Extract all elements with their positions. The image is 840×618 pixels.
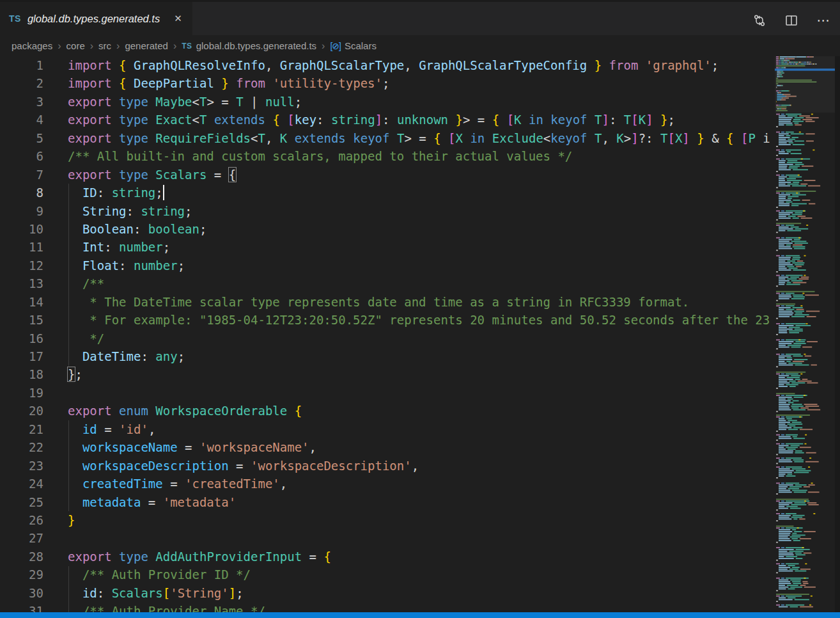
code-line[interactable]: 31 /** Auth Provider Name */ [0, 602, 774, 612]
line-number: 27 [0, 529, 43, 547]
overview-ruler[interactable] [835, 56, 840, 612]
line-number: 20 [0, 402, 43, 420]
line-number: 8 [0, 184, 43, 202]
minimap[interactable] [775, 56, 835, 612]
line-number: 17 [0, 347, 43, 365]
more-actions-icon[interactable]: ⋯ [816, 13, 831, 28]
line-number: 2 [0, 74, 43, 92]
code-line-text: id = 'id', [43, 420, 155, 438]
breadcrumb-item-core[interactable]: core [66, 40, 85, 51]
code-line-text: createdTime = 'createdTime', [43, 475, 287, 493]
line-number: 1 [0, 56, 43, 74]
line-number: 13 [0, 274, 43, 292]
open-changes-icon[interactable] [752, 13, 767, 28]
tab-bar: TS global.db.types.generated.ts ✕ [0, 0, 840, 35]
code-line[interactable]: 18}; [0, 365, 774, 383]
code-line[interactable]: 29 /** Auth Provider ID */ [0, 566, 774, 583]
breadcrumb-label: global.db.types.generated.ts [196, 40, 316, 51]
code-line[interactable]: 25 metadata = 'metadata' [0, 493, 774, 511]
code-line[interactable]: 13 /** [0, 274, 774, 292]
tab-global-db-types-generated-ts[interactable]: TS global.db.types.generated.ts ✕ [0, 2, 192, 35]
breadcrumb-label: src [98, 40, 111, 51]
code-line[interactable]: 27 [0, 529, 774, 547]
code-line[interactable]: 20export enum WorkspaceOrderable { [0, 402, 774, 420]
editor-actions: ⋯ [752, 4, 831, 37]
code-line-text: import { DeepPartial } from 'utility-typ… [43, 74, 389, 92]
breadcrumb-item-scalars[interactable]: [⊘]Scalars [330, 40, 377, 51]
code-line[interactable]: 22 workspaceName = 'workspaceName', [0, 438, 774, 456]
code-line-text: import { GraphQLResolveInfo, GraphQLScal… [43, 56, 719, 74]
chevron-right-icon: › [90, 40, 93, 52]
code-line-text: /** All built-in and custom scalars, map… [43, 147, 572, 165]
editor-pane[interactable]: 1import { GraphQLResolveInfo, GraphQLSca… [0, 56, 840, 612]
line-number: 10 [0, 220, 43, 238]
breadcrumb-item-packages[interactable]: packages [12, 40, 52, 51]
line-number: 26 [0, 511, 43, 529]
tab-title: global.db.types.generated.ts [27, 13, 160, 25]
code-line[interactable]: 5export type RequireFields<T, K extends … [0, 129, 774, 147]
line-number: 19 [0, 384, 43, 402]
code-area[interactable]: 1import { GraphQLResolveInfo, GraphQLSca… [0, 56, 774, 612]
minimap-slider[interactable] [775, 56, 835, 113]
line-number: 30 [0, 584, 43, 602]
breadcrumb-item-global-db-types-generated-ts[interactable]: TSglobal.db.types.generated.ts [182, 40, 316, 51]
code-line[interactable]: 19 [0, 384, 774, 402]
code-line[interactable]: 8 ID: string; [0, 184, 774, 202]
close-icon[interactable]: ✕ [174, 13, 182, 24]
code-line[interactable]: 12 Float: number; [0, 257, 774, 274]
code-line[interactable]: 23 workspaceDescription = 'workspaceDesc… [0, 457, 774, 475]
code-line-text: export type Scalars = { [43, 166, 236, 184]
code-line[interactable]: 6/** All built-in and custom scalars, ma… [0, 147, 774, 165]
code-line[interactable]: 3export type Maybe<T> = T | null; [0, 93, 774, 111]
code-line[interactable]: 7export type Scalars = { [0, 166, 774, 184]
split-editor-icon[interactable] [784, 13, 799, 28]
code-line[interactable]: 17 DateTime: any; [0, 347, 774, 365]
code-line-text: workspaceName = 'workspaceName', [43, 438, 316, 456]
code-line[interactable]: 24 createdTime = 'createdTime', [0, 475, 774, 493]
code-line-text: export enum WorkspaceOrderable { [43, 402, 302, 420]
code-line[interactable]: 21 id = 'id', [0, 420, 774, 438]
breadcrumb: packages›core›src›generated›TSglobal.db.… [0, 35, 840, 56]
line-number: 16 [0, 329, 43, 347]
code-line[interactable]: 1import { GraphQLResolveInfo, GraphQLSca… [0, 56, 774, 74]
typescript-file-icon: TS [9, 13, 21, 24]
line-number: 18 [0, 365, 43, 383]
chevron-right-icon: › [173, 40, 176, 52]
line-number: 15 [0, 311, 43, 329]
code-line-text: String: string; [43, 202, 192, 220]
code-line-text: export type RequireFields<T, K extends k… [43, 129, 770, 147]
code-line[interactable]: 26} [0, 511, 774, 529]
line-number: 3 [0, 93, 43, 111]
line-number: 24 [0, 475, 43, 493]
chevron-right-icon: › [116, 40, 120, 52]
line-number: 12 [0, 257, 43, 274]
code-line-text: export type AddAuthProviderInput = { [43, 548, 331, 566]
breadcrumb-label: Scalars [345, 40, 377, 51]
code-line-text: } [43, 511, 75, 529]
code-line[interactable]: 16 */ [0, 329, 774, 347]
line-number: 6 [0, 147, 43, 165]
line-number: 25 [0, 493, 43, 511]
code-line-text: * For example: "1985-04-12T23:20:50.52Z"… [43, 311, 770, 329]
chevron-right-icon: › [58, 40, 61, 52]
code-line[interactable]: 2import { DeepPartial } from 'utility-ty… [0, 74, 774, 92]
code-line-text: id: Scalars['String']; [43, 584, 244, 602]
code-line[interactable]: 10 Boolean: boolean; [0, 220, 774, 238]
code-line-text: }; [43, 365, 82, 383]
code-line[interactable]: 30 id: Scalars['String']; [0, 584, 774, 602]
code-line[interactable]: 4export type Exact<T extends { [key: str… [0, 111, 774, 129]
code-line-text: */ [43, 329, 104, 347]
code-line[interactable]: 28export type AddAuthProviderInput = { [0, 548, 774, 566]
vscode-window: TS global.db.types.generated.ts ✕ [0, 0, 840, 618]
code-line[interactable]: 14 * The DateTime scalar type represents… [0, 293, 774, 311]
code-line-text: ID: string; [43, 184, 164, 202]
breadcrumb-item-src[interactable]: src [98, 40, 111, 51]
code-line[interactable]: 11 Int: number; [0, 238, 774, 256]
code-line[interactable]: 15 * For example: "1985-04-12T23:20:50.5… [0, 311, 774, 329]
line-number: 7 [0, 166, 43, 184]
breadcrumb-item-generated[interactable]: generated [125, 40, 168, 51]
symbol-type-icon: [⊘] [330, 41, 341, 51]
code-line-text: metadata = 'metadata' [43, 493, 236, 511]
code-line[interactable]: 9 String: string; [0, 202, 774, 220]
code-line-text: workspaceDescription = 'workspaceDescrip… [43, 457, 419, 475]
